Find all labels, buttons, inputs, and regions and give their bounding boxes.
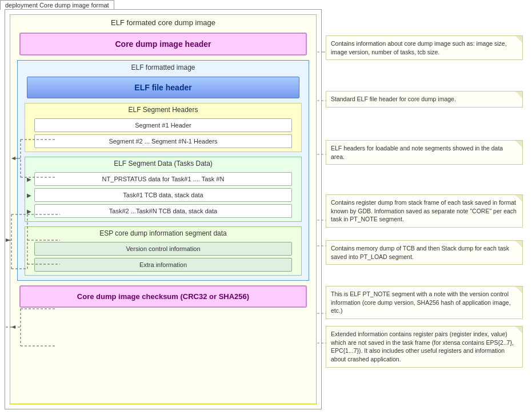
extra-info-box: Extra information: [34, 258, 292, 272]
annotation-core-header: Contains information about core dump ima…: [326, 35, 523, 60]
task1-tcb-box: Task#1 TCB data, stack data: [34, 188, 292, 202]
segment2-box: Segment #2 ... Segment #N-1 Headers: [34, 134, 292, 148]
elf-outer-container: ELF formated core dump image Core dump i…: [10, 14, 317, 404]
dogear-6: [515, 286, 522, 293]
esp-section: ESP core dump information segment data V…: [25, 226, 302, 276]
version-control-box: Version control information: [34, 242, 292, 256]
annotation-nt-prstatus: Contains register dump from stack frame …: [326, 194, 523, 228]
segment-data-section: ELF Segment Data (Tasks Data) NT_PRSTATU…: [25, 157, 302, 222]
core-dump-header-box: Core dump image header: [19, 33, 307, 55]
annotation-elf-file-header: Standard ELF file header for core dump i…: [326, 91, 523, 108]
segment-headers-section: ELF Segment Headers Segment #1 Header Se…: [25, 103, 302, 152]
esp-title: ESP core dump information segment data: [25, 227, 301, 240]
checksum-box: Core dump image checksum (CRC32 or SHA25…: [19, 285, 307, 308]
elf-file-header-box: ELF file header: [27, 77, 299, 98]
nt-prstatus-box: NT_PRSTATUS data for Task#1 .... Task #N: [34, 172, 292, 186]
dogear-5: [515, 241, 522, 248]
annotation-version-control: This is ELF PT_NOTE segment with a note …: [326, 286, 523, 319]
dogear-7: [515, 327, 522, 333]
segment-data-title: ELF Segment Data (Tasks Data): [25, 157, 301, 170]
elf-outer-title: ELF formated core dump image: [10, 15, 316, 30]
dogear-4: [515, 195, 522, 202]
dogear-1: [515, 36, 522, 43]
tab-label: deployment Core dump image format: [0, 0, 114, 10]
dogear-3: [515, 141, 522, 148]
segment-headers-title: ELF Segment Headers: [25, 104, 301, 116]
main-diagram-box: ELF formated core dump image Core dump i…: [5, 9, 322, 409]
outer-wrapper: deployment Core dump image format ELF fo…: [0, 0, 532, 414]
task2-tcb-box: Task#2 ...Task#N TCB data, stack data: [34, 204, 292, 218]
elf-formatted-image: ELF formatted image ELF file header ELF …: [17, 60, 309, 281]
annotation-segment-headers: ELF headers for loadable and note segmen…: [326, 140, 523, 165]
annotation-task-tcb: Contains memory dump of TCB and then Sta…: [326, 240, 523, 265]
dogear-2: [515, 91, 522, 98]
annotation-extra-info: Extended information contains register p…: [326, 326, 523, 368]
elf-formatted-title: ELF formatted image: [18, 61, 309, 74]
segment1-box: Segment #1 Header: [34, 118, 292, 132]
